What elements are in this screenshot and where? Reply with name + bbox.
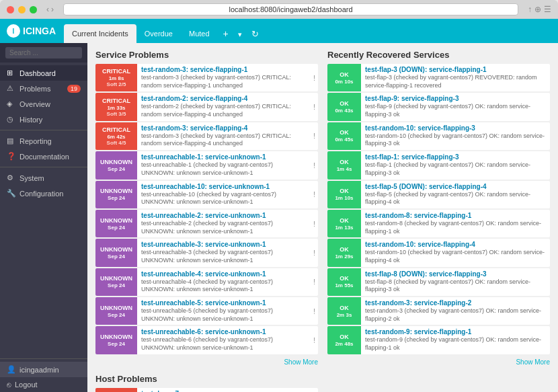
recovered-title-7[interactable]: test-random-10: service-flapping-4 xyxy=(365,241,546,248)
sidebar-item-logout[interactable]: ⎋ Logout xyxy=(0,377,87,392)
table-row: UNKNOWN Sep 24 test-unreachable-3: servi… xyxy=(95,239,318,266)
problem-title-10[interactable]: test-unreachable-6: service-unknown-1 xyxy=(141,328,307,336)
sidebar-item-problems[interactable]: ⚠ Problems 19 xyxy=(0,81,87,96)
problem-action-4[interactable]: ! xyxy=(311,151,318,179)
sidebar-item-system[interactable]: ⚙ System xyxy=(0,170,87,186)
top-nav: i ICINGA Current Incidents Overdue Muted… xyxy=(0,19,558,43)
service-problems-show-more[interactable]: Show More xyxy=(95,356,318,368)
recovered-title-4[interactable]: test-flap-1: service-flapping-3 xyxy=(365,153,546,161)
status-badge-unknown-1: UNKNOWN Sep 24 xyxy=(95,151,137,179)
host-problem-action-1[interactable]: ! xyxy=(311,388,318,392)
recovered-info-6: test-random-8: service-flapping-1 test-r… xyxy=(361,210,550,237)
sidebar-bottom: 👤 icingaadmin ⎋ Logout xyxy=(0,356,87,392)
problem-info-10: test-unreachable-6: service-unknown-1 te… xyxy=(137,326,311,354)
problem-action-8[interactable]: ! xyxy=(311,268,318,296)
configuration-icon: 🔧 xyxy=(7,189,16,198)
service-problems-title: Service Problems xyxy=(95,50,318,60)
recovered-title-9[interactable]: test-random-3: service-flapping-2 xyxy=(365,299,546,307)
table-row: UNKNOWN Sep 24 test-unreachable-6: servi… xyxy=(95,326,318,354)
sidebar-toggle-icon[interactable]: ☰ xyxy=(544,5,551,14)
recovered-badge-5: OK 1m 10s xyxy=(327,181,361,208)
table-row: UNKNOWN Sep 24 test-unreachable-1: servi… xyxy=(95,151,318,179)
recovered-desc-8: test-flap-8 (checked by vagrant-centos7)… xyxy=(365,278,546,294)
problem-title-9[interactable]: test-unreachable-5: service-unknown-1 xyxy=(141,299,307,307)
problem-action-3[interactable]: ! xyxy=(311,122,318,150)
recovered-info-8: test-flap-8 (DOWN): service-flapping-3 t… xyxy=(361,268,550,296)
recovered-title-6[interactable]: test-random-8: service-flapping-1 xyxy=(365,212,546,219)
status-badge-unknown-6: UNKNOWN Sep 24 xyxy=(95,297,137,325)
search-input[interactable] xyxy=(5,47,82,58)
url-bar[interactable]: localhost:8080/icingaweb2/dashboard xyxy=(63,3,518,15)
back-icon[interactable]: ‹ xyxy=(46,5,49,14)
problem-title-8[interactable]: test-unreachable-4: service-unknown-1 xyxy=(141,270,307,278)
share-icon[interactable]: ↑ xyxy=(528,5,532,14)
recovered-desc-4: test-flap-1 (checked by vagrant-centos7)… xyxy=(365,161,546,177)
problem-desc-10: test-unreachable-6 (checked by vagrant-c… xyxy=(141,336,307,352)
add-tab-button[interactable]: + xyxy=(218,24,234,43)
sidebar-item-documentation[interactable]: ❓ Documentation xyxy=(0,149,87,164)
tab-current-incidents[interactable]: Current Incidents xyxy=(64,24,136,43)
recovered-list: OK 0m 10s test-flap-3 (DOWN): service-fl… xyxy=(327,64,550,354)
recovered-title-5[interactable]: test-flap-5 (DOWN): service-flapping-4 xyxy=(365,183,546,190)
recovered-title-10[interactable]: test-random-9: service-flapping-1 xyxy=(365,328,546,336)
problem-action-9[interactable]: ! xyxy=(311,297,318,325)
logo-text: ICINGA xyxy=(23,26,56,36)
problem-info-7: test-unreachable-3: service-unknown-1 te… xyxy=(137,239,311,266)
minimize-button[interactable] xyxy=(18,6,26,13)
problem-desc-2: test-random-2 (checked by vagrant-centos… xyxy=(141,103,307,118)
app: i ICINGA Current Incidents Overdue Muted… xyxy=(0,19,558,392)
recovered-desc-9: test-random-3 (checked by vagrant-centos… xyxy=(365,307,546,323)
left-column: Service Problems CRITICAL 1m 8s Soft 2/5… xyxy=(95,50,318,392)
recovered-title-2[interactable]: test-flap-9: service-flapping-3 xyxy=(365,95,546,102)
status-badge-unknown-3: UNKNOWN Sep 24 xyxy=(95,210,137,237)
tab-muted[interactable]: Muted xyxy=(181,24,218,43)
problem-action-6[interactable]: ! xyxy=(311,210,318,237)
problem-desc-4: test-unreachable-1 (checked by vagrant-c… xyxy=(141,161,307,177)
forward-icon[interactable]: › xyxy=(51,5,54,14)
problem-desc-8: test-unreachable-4 (checked by vagrant-c… xyxy=(141,278,307,294)
sidebar-item-user[interactable]: 👤 icingaadmin xyxy=(0,362,87,377)
sidebar-item-dashboard[interactable]: ⊞ Dashboard xyxy=(0,65,87,81)
problem-action-7[interactable]: ! xyxy=(311,239,318,266)
recovered-desc-2: test-flap-9 (checked by vagrant-centos7)… xyxy=(365,103,546,118)
status-badge-critical-3: CRITICAL 6m 42s Soft 4/5 xyxy=(95,122,137,150)
problem-title-2[interactable]: test-random-2: service-flapping-4 xyxy=(141,95,307,102)
list-item: OK 2m 3s test-random-3: service-flapping… xyxy=(327,297,550,325)
table-row: UNKNOWN Sep 24 test-unreachable-2: servi… xyxy=(95,210,318,237)
host-problem-info-1: test-down-7 test-down-7 (checked by vagr… xyxy=(137,388,311,392)
recovered-badge-6: OK 1m 13s xyxy=(327,210,361,237)
problem-title-1[interactable]: test-random-3: service-flapping-1 xyxy=(141,66,307,73)
problem-action-10[interactable]: ! xyxy=(311,326,318,354)
sidebar-item-reporting[interactable]: ▤ Reporting xyxy=(0,133,87,149)
problem-info-4: test-unreachable-1: service-unknown-1 te… xyxy=(137,151,311,179)
problem-title-3[interactable]: test-random-3: service-flapping-4 xyxy=(141,124,307,132)
recovered-title-3[interactable]: test-random-10: service-flapping-3 xyxy=(365,124,546,132)
problem-action-5[interactable]: ! xyxy=(311,181,318,208)
tab-overdue[interactable]: Overdue xyxy=(136,24,181,43)
sidebar-item-configuration[interactable]: 🔧 Configuration xyxy=(0,186,87,201)
close-button[interactable] xyxy=(7,6,14,13)
table-row: CRITICAL 1m 33s Soft 3/5 test-random-2: … xyxy=(95,93,318,120)
problem-desc-3: test-random-3 (checked by vagrant-centos… xyxy=(141,132,307,148)
sidebar-label-documentation: Documentation xyxy=(19,153,69,161)
list-item: OK 1m 4s test-flap-1: service-flapping-3… xyxy=(327,151,550,179)
two-col-layout: Service Problems CRITICAL 1m 8s Soft 2/5… xyxy=(95,50,550,392)
sidebar-item-history[interactable]: ◷ History xyxy=(0,112,87,127)
problem-title-7[interactable]: test-unreachable-3: service-unknown-1 xyxy=(141,241,307,248)
new-tab-icon[interactable]: ⊕ xyxy=(534,5,541,14)
sidebar-nav: ⊞ Dashboard ⚠ Problems 19 ◈ Overview ◷ H… xyxy=(0,63,87,204)
problem-title-5[interactable]: test-unreachable-10: service-unknown-1 xyxy=(141,183,307,190)
problem-action-2[interactable]: ! xyxy=(311,93,318,120)
sidebar-item-overview[interactable]: ◈ Overview xyxy=(0,96,87,112)
problem-title-6[interactable]: test-unreachable-2: service-unknown-1 xyxy=(141,212,307,219)
tab-chevron-icon[interactable]: ▾ xyxy=(234,26,246,43)
problem-title-4[interactable]: test-unreachable-1: service-unknown-1 xyxy=(141,153,307,161)
maximize-button[interactable] xyxy=(30,6,37,13)
problem-action-1[interactable]: ! xyxy=(311,64,318,91)
refresh-button[interactable]: ↻ xyxy=(246,25,264,43)
recovered-title-8[interactable]: test-flap-8 (DOWN): service-flapping-3 xyxy=(365,270,546,278)
list-item: OK 1m 10s test-flap-5 (DOWN): service-fl… xyxy=(327,181,550,208)
recovered-title-1[interactable]: test-flap-3 (DOWN): service-flapping-1 xyxy=(365,66,546,73)
status-badge-unknown-7: UNKNOWN Sep 24 xyxy=(95,326,137,354)
recovered-show-more[interactable]: Show More xyxy=(327,356,550,368)
